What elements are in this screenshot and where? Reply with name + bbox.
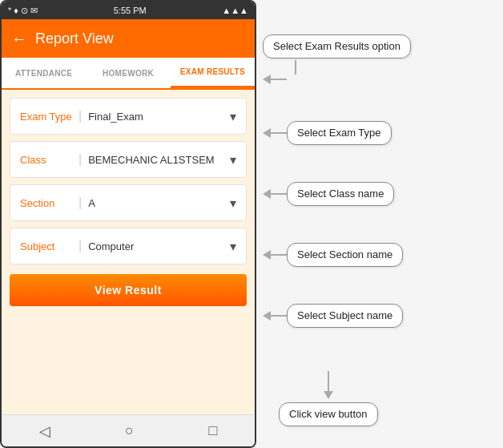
divider-4: | xyxy=(78,239,82,253)
status-bar: * ♦ ⊙ ✉ 5:55 PM ▲▲▲ xyxy=(2,2,255,19)
annotation-panel: Select Exam Results option Select Exam T… xyxy=(256,0,503,448)
section-value: A xyxy=(88,197,227,209)
tab-exam-results[interactable]: EXAM RESULTS xyxy=(171,58,255,88)
back-button[interactable]: ← xyxy=(11,30,27,48)
class-label: Class xyxy=(20,154,72,166)
subject-value: Computer xyxy=(88,240,227,252)
status-icons: ▲▲▲ xyxy=(222,6,248,15)
arrow-class-name xyxy=(263,189,271,199)
callout-exam-results: Select Exam Results option xyxy=(263,34,411,59)
callout-section-name: Select Section name xyxy=(287,243,403,268)
status-time: 5:55 PM xyxy=(114,6,147,15)
tab-attendance[interactable]: ATTENDANCE xyxy=(2,58,86,88)
phone-frame: * ♦ ⊙ ✉ 5:55 PM ▲▲▲ ← Report View ATTEND… xyxy=(0,0,256,448)
exam-type-field[interactable]: Exam Type | Final_Exam ▾ xyxy=(10,98,247,135)
tab-bar: ATTENDANCE HOMEWORK EXAM RESULTS xyxy=(2,58,255,90)
exam-type-label: Exam Type xyxy=(20,111,72,123)
nav-recent-button[interactable]: □ xyxy=(208,422,217,439)
exam-type-arrow: ▾ xyxy=(230,109,236,124)
subject-label: Subject xyxy=(20,240,72,252)
section-arrow: ▾ xyxy=(230,196,236,211)
subject-arrow: ▾ xyxy=(230,239,236,254)
arrow-subject-name xyxy=(263,311,271,321)
class-arrow: ▾ xyxy=(230,152,236,167)
section-label: Section xyxy=(20,197,72,209)
callout-exam-type: Select Exam Type xyxy=(287,121,392,146)
class-field[interactable]: Class | BEMECHANIC AL1STSEM ▾ xyxy=(10,141,247,178)
divider-2: | xyxy=(78,152,82,167)
tab-homework[interactable]: HOMEWORK xyxy=(86,58,170,88)
arrow-section-name xyxy=(263,250,271,260)
arrow-exam-type xyxy=(263,128,271,138)
status-left: * ♦ ⊙ ✉ xyxy=(8,6,38,16)
view-result-button[interactable]: View Result xyxy=(10,274,247,306)
form-area: Exam Type | Final_Exam ▾ Class | BEMECHA… xyxy=(2,90,255,414)
callout-view-button: Click view button xyxy=(279,402,378,427)
callout-class-name: Select Class name xyxy=(287,182,394,207)
callout-subject-name: Select Subject name xyxy=(287,304,403,329)
divider-3: | xyxy=(78,196,82,210)
divider-1: | xyxy=(78,109,82,123)
exam-type-value: Final_Exam xyxy=(88,111,227,123)
section-field[interactable]: Section | A ▾ xyxy=(10,184,247,221)
nav-back-button[interactable]: ◁ xyxy=(39,422,50,440)
nav-home-button[interactable]: ○ xyxy=(125,422,134,439)
subject-field[interactable]: Subject | Computer ▾ xyxy=(10,228,247,264)
page-title: Report View xyxy=(35,30,114,47)
bottom-nav: ◁ ○ □ xyxy=(2,414,255,446)
class-value: BEMECHANIC AL1STSEM xyxy=(88,154,227,166)
app-header: ← Report View xyxy=(2,19,255,58)
